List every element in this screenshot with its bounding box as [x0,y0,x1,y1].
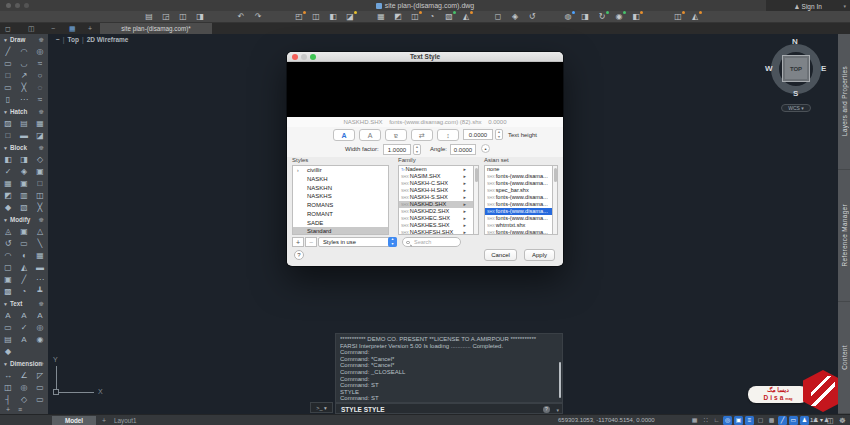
edit-attribute-icon[interactable]: ▥ [16,190,32,202]
grid-view-icon[interactable]: ▦ [69,25,76,33]
chevron-down-icon[interactable]: ▾ [556,407,559,413]
minimize-tab-icon[interactable]: − [51,25,55,33]
help-button[interactable]: ? [294,250,304,260]
base-icon[interactable]: ▦ [0,178,16,190]
rotate-icon[interactable]: △ [32,226,48,238]
block-editor-icon[interactable]: ◇ [32,154,48,166]
font-row[interactable]: SHXfonts-(www.disama... [485,194,552,201]
diameter-dim-icon[interactable]: ▭ [32,382,48,394]
font-row[interactable]: SHXNASKH-H.SHX▸ [399,187,473,194]
line-icon[interactable]: ╱ [0,46,16,58]
palette-menu-icon[interactable]: ≡ [18,406,22,413]
drawing-tab[interactable]: site plan-(disamag.com)* [100,23,212,34]
new-tab-icon[interactable]: + [88,25,92,33]
styles-filter-dropdown[interactable]: Styles in use▲▼ [318,237,397,247]
linear-dim-icon[interactable]: ↔ [0,370,16,382]
text-height-stepper[interactable]: ▲▼ [495,129,503,140]
font-row[interactable]: SHXfonts-(www.disama... [485,208,552,215]
add-layout-button[interactable]: + [102,415,106,425]
ortho-mode-icon[interactable]: ∟ [712,416,721,425]
ray-icon[interactable]: ↗ [16,70,32,82]
rectangle-icon[interactable]: ▭ [0,58,16,70]
save-as-icon[interactable]: ◨ [194,12,206,22]
save-icon[interactable]: ◫ [177,12,189,22]
copy-icon[interactable]: ▣ [16,226,32,238]
insert-block-icon[interactable]: ▦ [375,12,387,22]
font-row[interactable]: SHXspec_bar.shx [485,187,552,194]
command-input[interactable]: STYLE STYLE ? ▾ [335,403,563,414]
clean-screen-icon[interactable]: ◫ [827,415,834,425]
dialog-minimize-icon[interactable] [301,54,307,60]
mirror-icon[interactable]: ╲ [32,238,48,250]
gradient-icon[interactable]: ▤ [16,118,32,130]
annotation-scale-value[interactable]: 1:1 ▾ [810,415,823,425]
undo-mod-icon[interactable]: ↺ [0,238,16,250]
page-setup-icon[interactable]: ◧ [327,12,339,22]
dynamic-ucs-icon[interactable]: ▭ [789,416,798,425]
palette-section-header[interactable]: ▼Text☸ [0,298,48,310]
style-row[interactable]: NASKHN [293,184,388,193]
divide-icon[interactable]: ⋯ [16,94,32,106]
solid-fill-icon[interactable]: ▬ [16,130,32,142]
annotation-visibility-icon[interactable]: ♟ [800,416,809,425]
add-style-button[interactable]: + [292,237,304,247]
lengthen-icon[interactable]: ⋯ [32,274,48,286]
frame-icon[interactable]: ◭ [460,12,472,22]
style-row[interactable]: Standard [293,227,388,235]
publish-icon[interactable]: ◪ [344,12,356,22]
xref-clip-icon[interactable]: ◔ [426,12,438,22]
style-row[interactable]: ›civillir [293,166,388,175]
edit-block-icon[interactable]: ▣ [16,178,32,190]
stretch-icon[interactable]: ▭ [16,238,32,250]
spell-check-icon[interactable]: ✓ [16,322,32,334]
polar-tracking-icon[interactable]: ▣ [734,416,743,425]
palette-section-header[interactable]: ▼Block☸ [0,142,48,154]
external-ref-icon[interactable]: ▧ [16,202,32,214]
chamfer-icon[interactable]: ◖ [16,250,32,262]
manage-attributes-icon[interactable]: ◫ [32,190,48,202]
text-height-field[interactable]: 0.0000 [463,129,493,140]
font-row[interactable]: TrNadeem▸ [399,166,473,173]
viewport-controls[interactable]: −|Top|2D Wireframe [56,36,129,43]
region-boundary-icon[interactable]: □ [0,130,16,142]
sync-attributes-icon[interactable]: ◩ [0,190,16,202]
arc-3point-icon[interactable]: ◡ [16,58,32,70]
command-scrollbar[interactable] [559,362,561,398]
grid-display-icon[interactable]: ▦ [690,416,699,425]
width-factor-stepper[interactable]: ▲▼ [413,144,421,155]
style-row[interactable]: NASKH [293,175,388,184]
cancel-button[interactable]: Cancel [484,249,517,261]
font-row[interactable]: SHXNASKHD2.SHX▸ [399,208,473,215]
match-orientation-button[interactable]: A [359,129,381,141]
font-row[interactable]: SHXfonts-(www.disama... [485,173,552,180]
annotative-button[interactable]: A [333,129,355,141]
single-text-icon[interactable]: A [16,310,32,322]
apply-button[interactable]: Apply [524,249,555,261]
font-row[interactable]: SHXNASKH-S.SHX▸ [399,194,473,201]
panel-tab-layers-and-properties[interactable]: Layers and Properties [838,34,850,170]
font-row[interactable]: SHXNASKHEC.SHX▸ [399,215,473,222]
new-file-icon[interactable]: ▤ [143,12,155,22]
region-icon[interactable]: ▯ [0,94,16,106]
add-palette-button[interactable]: + [6,406,10,413]
font-row[interactable]: SHXfonts-(www.disama... [485,215,552,222]
compass-top-button[interactable]: TOP [782,55,810,82]
model-tab[interactable]: Model [52,416,96,425]
dialog-close-icon[interactable] [292,54,298,60]
pan-icon[interactable]: ◈ [509,12,521,22]
hatch-edit-icon[interactable]: ◪ [32,130,48,142]
angular-dim-icon[interactable]: ∠ [16,370,32,382]
scale-text-icon[interactable]: A [16,334,32,346]
search-field[interactable]: Search [402,237,461,247]
command-prompt-button[interactable]: >_ ▾ [310,402,333,413]
edit-text-icon[interactable]: ▭ [0,322,16,334]
attach-reference-icon[interactable]: ◩ [392,12,404,22]
font-row[interactable]: SHXfonts-(www.disama... [485,201,552,208]
remove-style-button[interactable]: − [305,237,317,247]
polygon-icon[interactable]: □ [0,70,16,82]
leader-icon[interactable]: ▭ [32,394,48,406]
circle-icon[interactable]: ◎ [32,46,48,58]
settings-gear-icon[interactable]: ☸ [839,415,846,425]
snap-mode-icon[interactable]: ∷ [701,416,710,425]
transparency-icon[interactable]: ▩ [767,416,776,425]
